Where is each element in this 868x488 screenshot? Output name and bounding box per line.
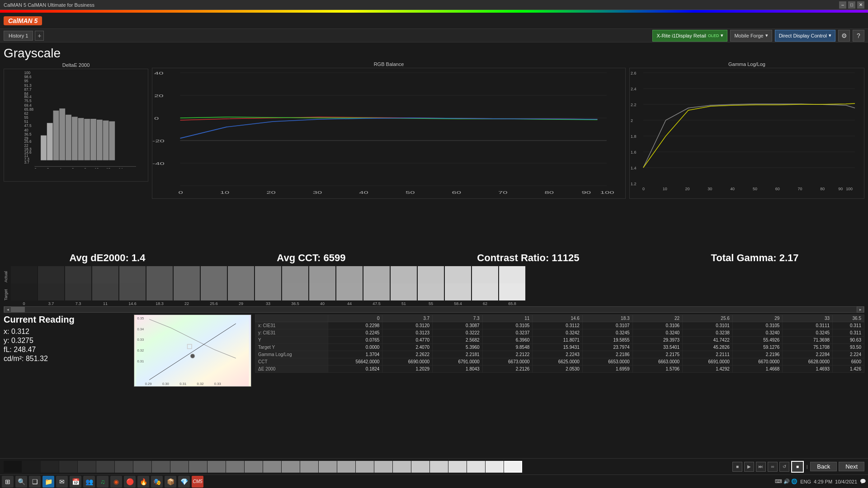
bottom-swatch-11[interactable] bbox=[208, 461, 226, 473]
bottom-swatch-16[interactable] bbox=[300, 461, 318, 473]
task5-button[interactable]: 💎 bbox=[178, 476, 190, 488]
table-row-2: Y0.07650.47702.56826.396011.807119.58552… bbox=[255, 337, 864, 344]
cell-0-1: 0.3120 bbox=[382, 322, 433, 329]
swatch-col-18[interactable]: 65.8 bbox=[499, 266, 525, 306]
add-tab-button[interactable]: + bbox=[35, 31, 44, 41]
main-content: Grayscale DeltaE 2000 100 98.6 95 91.3 8… bbox=[0, 42, 868, 474]
bottom-swatch-20[interactable] bbox=[374, 461, 392, 473]
swatch-loop-button[interactable]: ∞ bbox=[768, 462, 778, 472]
next-button[interactable]: Next bbox=[839, 462, 864, 471]
bottom-swatch-8[interactable] bbox=[152, 461, 170, 473]
meter-dropdown[interactable]: X-Rite i1Display Retail OLED ▾ bbox=[652, 30, 727, 42]
search-button[interactable]: 🔍 bbox=[15, 476, 27, 488]
bottom-swatch-23[interactable] bbox=[430, 461, 448, 473]
swatch-col-14[interactable]: 51 bbox=[391, 266, 417, 306]
swatch-col-6[interactable]: 22 bbox=[174, 266, 200, 306]
bottom-swatch-4[interactable] bbox=[78, 461, 96, 473]
task4-button[interactable]: 📦 bbox=[165, 476, 176, 488]
swatch-col-4[interactable]: 14.6 bbox=[119, 266, 146, 306]
task3-button[interactable]: 🎭 bbox=[151, 476, 163, 488]
browser-button[interactable]: ◉ bbox=[110, 476, 122, 488]
spotify-button[interactable]: ♫ bbox=[97, 476, 108, 488]
calman-logo[interactable]: CalMAN 5 bbox=[4, 16, 42, 25]
avg-cct-metric: Avg CCT: 6599 bbox=[277, 252, 345, 264]
notification-icon[interactable]: 💬 bbox=[860, 479, 866, 484]
cell-4-2: 2.2181 bbox=[433, 351, 483, 358]
bottom-swatch-9[interactable] bbox=[170, 461, 189, 473]
swatch-target-4 bbox=[119, 283, 146, 300]
swatch-col-5[interactable]: 18.3 bbox=[146, 266, 173, 306]
svg-text:80: 80 bbox=[820, 187, 825, 191]
bottom-swatch-13[interactable] bbox=[245, 461, 263, 473]
minimize-button[interactable]: – bbox=[839, 1, 846, 9]
bottom-swatch-3[interactable] bbox=[59, 461, 77, 473]
cell-0-9: 0.3111 bbox=[783, 322, 833, 329]
swatch-stop-button[interactable]: ■ bbox=[732, 462, 742, 472]
swatch-col-7[interactable]: 25.6 bbox=[201, 266, 227, 306]
swatch-col-12[interactable]: 44 bbox=[336, 266, 363, 306]
reading-panel: Current Reading x: 0.312 y: 0.3275 fL: 2… bbox=[4, 314, 130, 456]
taskview-button[interactable]: ❑ bbox=[29, 476, 41, 488]
task2-button[interactable]: 🔥 bbox=[137, 476, 149, 488]
swatch-refresh-button[interactable]: ↺ bbox=[779, 462, 789, 472]
swatch-col-9[interactable]: 33 bbox=[255, 266, 281, 306]
col-header-6: 18.3 bbox=[582, 315, 632, 322]
swatch-skip-button[interactable]: ⏭ bbox=[756, 462, 766, 472]
back-button[interactable]: Back bbox=[810, 462, 837, 471]
bottom-swatch-5[interactable] bbox=[96, 461, 114, 473]
swatch-col-15[interactable]: 55 bbox=[418, 266, 444, 306]
bottom-swatch-6[interactable] bbox=[115, 461, 133, 473]
bottom-swatch-15[interactable] bbox=[282, 461, 300, 473]
swatch-col-13[interactable]: 47.5 bbox=[363, 266, 390, 306]
swatch-col-1[interactable]: 3.7 bbox=[38, 266, 64, 306]
bottom-swatch-7[interactable] bbox=[133, 461, 151, 473]
display-dropdown[interactable]: Direct Display Control ▾ bbox=[775, 30, 835, 42]
swatch-selected-button[interactable]: ■ bbox=[791, 461, 804, 473]
bottom-swatch-27[interactable] bbox=[504, 461, 522, 473]
bottom-swatch-18[interactable] bbox=[337, 461, 355, 473]
swatch-col-17[interactable]: 62 bbox=[472, 266, 498, 306]
calendar-button[interactable]: 📅 bbox=[70, 476, 81, 488]
swatch-col-3[interactable]: 11 bbox=[92, 266, 118, 306]
swatch-col-0[interactable]: 0 bbox=[11, 266, 37, 306]
bottom-swatch-21[interactable] bbox=[393, 461, 411, 473]
data-table: 03.77.31114.618.32225.6293336.5 x: CIE31… bbox=[255, 314, 864, 373]
scroll-left-button[interactable]: ◂ bbox=[4, 306, 11, 313]
cell-4-0: 1.3704 bbox=[328, 351, 382, 358]
bottom-swatch-24[interactable] bbox=[448, 461, 467, 473]
bottom-swatch-0[interactable] bbox=[4, 461, 22, 473]
swatch-play-button[interactable]: ▶ bbox=[744, 462, 754, 472]
swatch-col-8[interactable]: 29 bbox=[228, 266, 254, 306]
swatch-col-11[interactable]: 40 bbox=[309, 266, 335, 306]
bottom-swatch-25[interactable] bbox=[467, 461, 485, 473]
bottom-swatch-17[interactable] bbox=[319, 461, 337, 473]
mail-button[interactable]: ✉ bbox=[56, 476, 68, 488]
swatch-col-2[interactable]: 7.3 bbox=[65, 266, 91, 306]
scroll-thumb[interactable] bbox=[11, 307, 25, 312]
bottom-swatch-19[interactable] bbox=[356, 461, 374, 473]
maximize-button[interactable]: □ bbox=[848, 1, 855, 9]
start-button[interactable]: ⊞ bbox=[2, 476, 14, 488]
bottom-swatch-10[interactable] bbox=[189, 461, 207, 473]
teams-button[interactable]: 👥 bbox=[83, 476, 95, 488]
task1-button[interactable]: 🔴 bbox=[124, 476, 136, 488]
close-button[interactable]: ✕ bbox=[857, 1, 864, 9]
bottom-swatch-12[interactable] bbox=[226, 461, 244, 473]
bottom-swatch-26[interactable] bbox=[486, 461, 504, 473]
swatch-col-10[interactable]: 36.5 bbox=[282, 266, 308, 306]
swatch-scrollbar[interactable]: ◂ ▸ bbox=[4, 306, 864, 313]
forge-dropdown[interactable]: Mobile Forge ▾ bbox=[730, 30, 772, 42]
explorer-button[interactable]: 📁 bbox=[42, 476, 54, 488]
cell-4-3: 2.2122 bbox=[482, 351, 533, 358]
settings-button[interactable]: ⚙ bbox=[838, 30, 850, 42]
bottom-swatch-1[interactable] bbox=[22, 461, 40, 473]
bottom-swatch-22[interactable] bbox=[411, 461, 429, 473]
help-button[interactable]: ? bbox=[853, 30, 864, 42]
bottom-swatch-14[interactable] bbox=[263, 461, 281, 473]
bottom-swatch-2[interactable] bbox=[41, 461, 59, 473]
cell-1-7: 0.3238 bbox=[683, 329, 733, 337]
history-tab[interactable]: History 1 bbox=[4, 31, 33, 41]
swatch-col-16[interactable]: 58.4 bbox=[445, 266, 471, 306]
scroll-right-button[interactable]: ▸ bbox=[857, 306, 864, 313]
calman-taskbar-button[interactable]: CM5 bbox=[192, 476, 203, 488]
